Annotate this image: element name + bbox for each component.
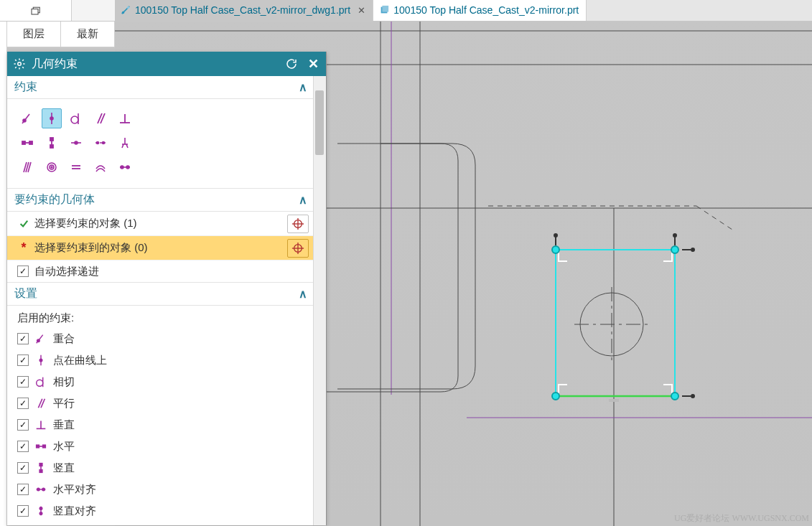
scrollbar-thumb[interactable] xyxy=(315,90,324,155)
svg-rect-48 xyxy=(50,145,53,148)
checkbox-icon[interactable]: ✓ xyxy=(17,333,29,344)
reset-icon[interactable] xyxy=(285,57,298,70)
chevron-up-icon: ∧ xyxy=(299,80,306,94)
constraint-tool-horiz[interactable] xyxy=(17,133,37,153)
svg-point-88 xyxy=(42,488,45,491)
setting-horizontal[interactable]: ✓水平 xyxy=(7,436,313,457)
auto-select-row[interactable]: ✓ 自动选择递进 xyxy=(7,260,313,282)
coincident-icon xyxy=(34,332,47,345)
perpendicular-icon xyxy=(34,418,47,431)
setting-vert_align[interactable]: ✓竖直对齐 xyxy=(7,500,313,522)
checkbox-icon[interactable]: ✓ xyxy=(17,398,29,409)
svg-point-36 xyxy=(50,117,53,120)
tab-inactive[interactable]: 100150 Top Half Case_Cast_v2-mirror.prt xyxy=(373,0,587,21)
setting-point_on_curve[interactable]: ✓点在曲线上 xyxy=(7,349,313,371)
ribbon-row: 图层 最新 xyxy=(7,22,115,47)
setting-perpendicular[interactable]: ✓垂直 xyxy=(7,414,313,436)
svg-point-52 xyxy=(97,142,99,144)
svg-point-50 xyxy=(75,141,78,144)
close-icon[interactable]: ✕ xyxy=(355,5,365,16)
svg-point-27 xyxy=(673,234,676,237)
constraint-tool-vert[interactable] xyxy=(42,133,62,153)
constraint-tool-concen[interactable] xyxy=(42,157,62,177)
setting-horiz_align[interactable]: ✓水平对齐 xyxy=(7,479,313,500)
setting-parallel[interactable]: ✓平行 xyxy=(7,393,313,414)
select-object-row[interactable]: 选择要约束的对象 (1) xyxy=(7,212,313,236)
svg-point-22 xyxy=(552,393,559,400)
ribbon-latest[interactable]: 最新 xyxy=(61,22,115,47)
required-icon: * xyxy=(17,242,30,255)
constraint-tool-coinc[interactable] xyxy=(17,108,37,128)
section-constraint[interactable]: 约束 ∧ xyxy=(7,76,313,99)
checkbox-icon[interactable]: ✓ xyxy=(17,354,29,366)
close-icon[interactable]: ✕ xyxy=(308,56,319,72)
setting-label: 相切 xyxy=(53,375,75,389)
svg-point-87 xyxy=(37,488,40,491)
constraint-tool-par3[interactable] xyxy=(17,157,37,177)
section-target-geom[interactable]: 要约束的几何体 ∧ xyxy=(7,189,313,212)
scrollbar[interactable] xyxy=(313,76,326,525)
part-file-icon xyxy=(379,5,389,15)
constraint-tool-parallel[interactable] xyxy=(90,108,111,128)
watermark: UG爱好者论坛 WWW.UGSNX.COM xyxy=(674,512,809,525)
setting-label: 竖直对齐 xyxy=(53,504,96,518)
setting-label: 竖直 xyxy=(53,461,75,475)
checkbox-icon[interactable]: ✓ xyxy=(17,462,29,474)
setting-label: 重合 xyxy=(53,332,75,346)
checkbox-icon[interactable]: ✓ xyxy=(17,441,29,452)
constraint-dialog: 几何约束 ✕ 约束 ∧ 要约束的几何体 ∧ 选择要约束的对象 xyxy=(7,52,327,525)
svg-point-31 xyxy=(691,395,694,398)
svg-rect-85 xyxy=(39,470,42,473)
enabled-constraints-label: 启用的约束: xyxy=(7,306,313,328)
chevron-up-icon: ∧ xyxy=(299,193,306,207)
svg-point-71 xyxy=(37,339,40,342)
section-settings[interactable]: 设置 ∧ xyxy=(7,283,313,306)
dialog-titlebar[interactable]: 几何约束 ✕ xyxy=(7,52,326,76)
chevron-up-icon: ∧ xyxy=(299,287,306,301)
dialog-title: 几何约束 xyxy=(32,57,285,72)
constraint-toolgrid xyxy=(7,99,313,189)
checkbox-icon[interactable]: ✓ xyxy=(17,484,29,495)
constraint-tool-collin[interactable] xyxy=(90,133,111,153)
constraint-tool-ptcurve[interactable] xyxy=(42,108,62,128)
tangent-icon xyxy=(34,375,47,388)
checkbox-icon[interactable]: ✓ xyxy=(17,266,29,277)
constraint-tool-fixed[interactable] xyxy=(115,133,135,153)
constraint-tool-tangent[interactable] xyxy=(66,108,86,128)
setting-tangent[interactable]: ✓相切 xyxy=(7,371,313,393)
checkbox-icon[interactable]: ✓ xyxy=(17,376,29,388)
svg-rect-5 xyxy=(383,6,389,12)
svg-point-3 xyxy=(127,6,130,9)
setting-coincident[interactable]: ✓重合 xyxy=(7,328,313,349)
select-to-object-row[interactable]: * 选择要约束到的对象 (0) xyxy=(7,236,313,260)
setting-vertical[interactable]: ✓竖直 xyxy=(7,457,313,479)
pick-target-icon[interactable] xyxy=(287,215,309,233)
svg-point-73 xyxy=(39,359,42,362)
constraint-tool-perp[interactable] xyxy=(115,108,135,128)
setting-label: 垂直 xyxy=(53,418,75,432)
svg-point-25 xyxy=(554,234,557,237)
tab-active[interactable]: 100150 Top Half Case_Cast_v2-mirror_dwg1… xyxy=(115,0,373,21)
svg-point-59 xyxy=(51,166,52,168)
window-restore-icon[interactable] xyxy=(0,0,72,21)
vert_align-icon xyxy=(34,504,47,517)
constraint-tool-halign[interactable] xyxy=(115,157,135,177)
checkbox-icon[interactable]: ✓ xyxy=(17,505,29,517)
vertical-icon xyxy=(34,461,47,474)
svg-point-20 xyxy=(552,246,559,253)
setting-label: 点在曲线上 xyxy=(53,354,107,367)
checkbox-icon[interactable]: ✓ xyxy=(17,419,29,431)
pick-target-icon[interactable] xyxy=(287,239,309,258)
constraint-tool-equal[interactable] xyxy=(66,157,86,177)
drawing-file-icon xyxy=(121,5,131,15)
constraint-tool-midpt[interactable] xyxy=(66,133,86,153)
tab-label: 100150 Top Half Case_Cast_v2-mirror.prt xyxy=(393,4,579,16)
svg-rect-81 xyxy=(37,445,39,448)
svg-point-29 xyxy=(691,248,694,251)
svg-rect-1 xyxy=(32,9,38,15)
constraint-tool-eqrad[interactable] xyxy=(90,157,111,177)
setting-label: 水平 xyxy=(53,440,75,454)
check-icon xyxy=(17,217,30,230)
ribbon-layers[interactable]: 图层 xyxy=(7,22,61,47)
horiz_align-icon xyxy=(34,483,47,496)
